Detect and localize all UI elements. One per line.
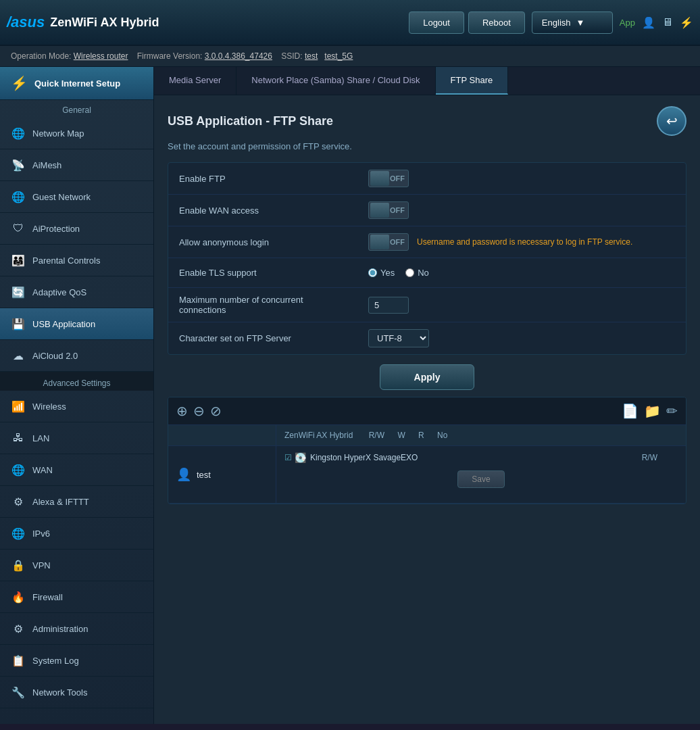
back-button[interactable]: ↩ xyxy=(657,106,686,136)
logout-button[interactable]: Logout xyxy=(409,11,464,34)
info-bar: Operation Mode: Wireless router Firmware… xyxy=(0,46,700,67)
lan-icon: 🖧 xyxy=(11,431,26,445)
enable-wan-label: Enable WAN access xyxy=(168,199,357,222)
firmware-value[interactable]: 3.0.0.4.386_47426 xyxy=(205,51,272,61)
sidebar-item-wireless[interactable]: 📶 Wireless xyxy=(0,391,153,422)
enable-wan-toggle[interactable]: OFF xyxy=(368,201,409,219)
save-button[interactable]: Save xyxy=(457,470,504,488)
user-col-header xyxy=(168,425,276,445)
tab-ftp-share[interactable]: FTP Share xyxy=(436,67,509,95)
page-description: Set the account and permission of FTP se… xyxy=(168,141,686,151)
ssid-value-1[interactable]: test xyxy=(305,51,318,61)
sidebar-item-aicloud[interactable]: ☁ AiCloud 2.0 xyxy=(0,340,153,372)
form-row-charset: Character set on FTP Server UTF-8 GBK BI… xyxy=(168,322,686,354)
tls-no-option[interactable]: No xyxy=(405,268,429,278)
tls-yes-option[interactable]: Yes xyxy=(368,268,395,278)
usb-icon[interactable]: ⚡ xyxy=(680,16,693,29)
sidebar-item-network-tools[interactable]: 🔧 Network Tools xyxy=(0,677,153,708)
qos-icon: 🔄 xyxy=(11,285,26,299)
vpn-icon: 🔒 xyxy=(11,558,26,573)
sidebar-item-label: AiProtection xyxy=(32,224,80,234)
tab-samba-share[interactable]: Network Place (Samba) Share / Cloud Disk xyxy=(236,67,435,95)
save-btn-area: Save xyxy=(284,470,678,499)
language-selector[interactable]: English ▼ xyxy=(532,11,613,34)
tab-media-server[interactable]: Media Server xyxy=(154,67,236,95)
sidebar-item-ipv6[interactable]: 🌐 IPv6 xyxy=(0,518,153,550)
page-content: USB Application - FTP Share ↩ Set the ac… xyxy=(154,95,700,515)
sidebar-item-administration[interactable]: ⚙ Administration xyxy=(0,613,153,645)
rw-col-header: R/W xyxy=(369,431,384,440)
sidebar-item-alexa[interactable]: ⚙ Alexa & IFTTT xyxy=(0,486,153,518)
sidebar-item-firewall[interactable]: 🔥 Firewall xyxy=(0,581,153,613)
block-user-icon[interactable]: ⊘ xyxy=(210,403,222,419)
allow-anon-toggle[interactable]: OFF xyxy=(368,233,409,251)
sidebar-item-label: Adaptive QoS xyxy=(32,287,86,297)
remove-user-icon[interactable]: ⊖ xyxy=(193,403,205,419)
max-connections-input[interactable] xyxy=(368,297,409,314)
ssid-value-2[interactable]: test_5G xyxy=(324,51,353,61)
drive-icon: 💽 xyxy=(295,452,306,463)
device-name: Kingston HyperX SavageEXO xyxy=(310,453,642,462)
charset-select[interactable]: UTF-8 GBK BIG5 xyxy=(368,329,429,347)
ssid-label: SSID: xyxy=(281,51,302,61)
sidebar-item-aiprotection[interactable]: 🛡 AiProtection xyxy=(0,213,153,245)
monitor-icon[interactable]: 🖥 xyxy=(662,16,673,28)
sidebar-item-wan[interactable]: 🌐 WAN xyxy=(0,454,153,486)
sidebar-item-parental-controls[interactable]: 👨‍👩‍👧 Parental Controls xyxy=(0,245,153,276)
operation-mode-value[interactable]: Wireless router xyxy=(74,51,128,61)
sidebar-item-system-log[interactable]: 📋 System Log xyxy=(0,645,153,677)
sidebar-item-lan[interactable]: 🖧 LAN xyxy=(0,422,153,454)
anon-warning: Username and password is necessary to lo… xyxy=(417,237,632,247)
product-name: ZenWiFi AX Hybrid xyxy=(50,16,159,30)
person-icon[interactable]: 👤 xyxy=(642,16,655,29)
folder-icon[interactable]: 📁 xyxy=(644,403,661,419)
ipv6-icon: 🌐 xyxy=(11,526,26,541)
page-title: USB Application - FTP Share xyxy=(168,114,333,128)
tls-no-radio[interactable] xyxy=(405,268,414,277)
ftp-users-header: ZenWiFi AX Hybrid R/W W R No xyxy=(168,425,686,446)
enable-ftp-value: OFF xyxy=(357,163,686,194)
expand-icon[interactable]: ☑ xyxy=(284,453,292,462)
toggle-off-label: OFF xyxy=(390,238,405,246)
logo-text: /asus xyxy=(7,14,45,31)
main-layout: ⚡ Quick Internet Setup General 🌐 Network… xyxy=(0,67,700,724)
toggle-off-label: OFF xyxy=(390,174,405,182)
sidebar-item-aimesh[interactable]: 📡 AiMesh xyxy=(0,149,153,181)
sidebar-item-guest-network[interactable]: 🌐 Guest Network xyxy=(0,181,153,213)
enable-ftp-toggle[interactable]: OFF xyxy=(368,170,409,187)
header-buttons: Logout Reboot xyxy=(409,11,525,34)
tls-radio-group: Yes No xyxy=(368,268,429,278)
apply-button[interactable]: Apply xyxy=(380,364,475,390)
allow-anon-value: OFF Username and password is necessary t… xyxy=(357,226,686,258)
sidebar-item-label: AiMesh xyxy=(32,160,61,170)
admin-icon: ⚙ xyxy=(11,621,26,636)
mesh-icon: 📡 xyxy=(11,157,26,172)
sidebar-item-label: Firewall xyxy=(32,592,63,602)
sidebar-item-usb-application[interactable]: 💾 USB Application xyxy=(0,308,153,340)
cloud-icon: ☁ xyxy=(11,348,26,363)
add-user-icon[interactable]: ⊕ xyxy=(176,403,188,419)
no-col-header: No xyxy=(437,431,447,440)
edit-icon[interactable]: ✏ xyxy=(666,403,678,419)
sidebar: ⚡ Quick Internet Setup General 🌐 Network… xyxy=(0,67,154,724)
info-bar-left: Operation Mode: Wireless router Firmware… xyxy=(11,51,353,61)
reboot-button[interactable]: Reboot xyxy=(468,11,525,34)
sidebar-item-label: Alexa & IFTTT xyxy=(32,497,89,507)
toggle-off-label: OFF xyxy=(390,206,405,214)
sidebar-item-quick-internet-setup[interactable]: ⚡ Quick Internet Setup xyxy=(0,67,153,100)
ftp-toolbar-right: 📄 📁 ✏ xyxy=(622,403,678,419)
toggle-thumb xyxy=(370,171,389,186)
tls-yes-radio[interactable] xyxy=(368,268,377,277)
ftp-device-row: ☑ 💽 Kingston HyperX SavageEXO R/W xyxy=(284,450,678,465)
toggle-track: OFF xyxy=(368,233,409,251)
family-icon: 👨‍👩‍👧 xyxy=(11,253,26,268)
apply-button-area: Apply xyxy=(168,364,686,390)
sidebar-item-vpn[interactable]: 🔒 VPN xyxy=(0,550,153,581)
sidebar-item-adaptive-qos[interactable]: 🔄 Adaptive QoS xyxy=(0,276,153,308)
sidebar-item-network-map[interactable]: 🌐 Network Map xyxy=(0,118,153,149)
file-icon[interactable]: 📄 xyxy=(622,403,639,419)
charset-value: UTF-8 GBK BIG5 xyxy=(357,322,686,354)
chevron-down-icon: ▼ xyxy=(576,18,585,28)
app-label: App xyxy=(620,18,635,28)
toggle-track: OFF xyxy=(368,170,409,187)
